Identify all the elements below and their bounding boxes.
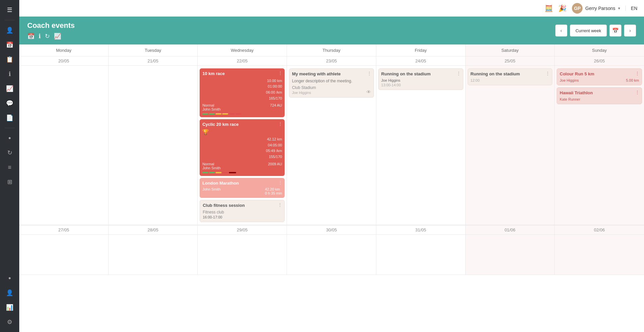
sidebar-item-analytics[interactable]: 📈 [3, 82, 16, 95]
event-hawaii-triathlon[interactable]: ⋮ Hawaii Triathlon Kate Runner [557, 87, 642, 104]
event-menu-button[interactable]: ⋮ [367, 71, 372, 76]
sidebar-item-dot1[interactable]: • [3, 131, 16, 145]
day-thursday-23: ⋮ My meeting with athlete Longer descrip… [287, 66, 376, 225]
sidebar-item-table[interactable]: 📊 [3, 301, 16, 314]
week2-dates: 27/05 28/05 29/05 30/05 31/05 01/06 02/0… [19, 225, 644, 235]
sidebar-item-refresh[interactable]: ↻ [3, 146, 16, 159]
prev-week-button[interactable]: ‹ [555, 25, 567, 37]
event-location: Club Stadium [292, 85, 371, 90]
event-menu-button[interactable]: ⋮ [278, 180, 283, 185]
day-saturday-25: ⋮ Running on the stadium 12:00 [466, 66, 555, 225]
sidebar-item-settings[interactable]: ⚙ [3, 315, 16, 329]
week1-dates: 20/05 21/05 22/05 23/05 24/05 25/05 26/0… [19, 56, 644, 66]
sidebar-item-calendar[interactable]: 📅 [3, 38, 16, 51]
sidebar-item-list[interactable]: ≡ [3, 161, 16, 174]
sidebar-item-layers[interactable]: ⊞ [3, 175, 16, 189]
user-menu[interactable]: GP Gerry Parsons ▾ [572, 3, 620, 14]
bar-4 [222, 172, 228, 173]
party-icon[interactable]: 🎉 [558, 4, 567, 12]
top-nav: 🧮 🎉 GP Gerry Parsons ▾ EN [19, 0, 644, 17]
bar-5 [229, 172, 236, 173]
event-menu-button[interactable]: ⋮ [278, 202, 282, 208]
event-colour-run[interactable]: ⋮ Colour Run 5 km Joe Higgins 5.00 km [557, 68, 642, 85]
sidebar-item-users[interactable]: 👤 [3, 24, 16, 37]
eye-icon[interactable]: 👁 [366, 89, 371, 95]
sidebar-item-dot2[interactable]: • [3, 272, 16, 285]
event-description: Longer description of the meeting. [292, 78, 371, 84]
event-menu-button[interactable]: ⋮ [635, 90, 640, 95]
bar-2 [209, 172, 215, 173]
date-tue-28: 28/05 [109, 225, 198, 234]
users-icon: 👤 [6, 27, 13, 34]
event-cyclic-20km[interactable]: ⋮ Cyclic 20 km race 🏆 42.12 km 04:05:00 … [200, 119, 285, 176]
event-athlete: Kate Runner [560, 97, 639, 101]
sidebar-item-info[interactable]: ℹ [3, 67, 16, 81]
date-fri-31: 31/05 [376, 225, 466, 234]
event-running-stadium-sat[interactable]: ⋮ Running on the stadium 12:00 [468, 68, 553, 85]
sidebar-item-profile[interactable]: 👤 [3, 286, 16, 299]
event-title: My meeting with athlete [292, 71, 371, 77]
sidebar-item-messages[interactable]: 💬 [3, 97, 16, 110]
info-header-icon[interactable]: ℹ [39, 33, 41, 40]
event-menu-button[interactable]: ⋮ [545, 71, 550, 76]
list-icon: ≡ [8, 164, 12, 171]
clipboard-icon: 📋 [6, 56, 13, 63]
date-thu-30: 30/05 [287, 225, 376, 234]
sidebar-item-plans[interactable]: 📋 [3, 53, 16, 66]
date-thu-23: 23/05 [287, 56, 376, 65]
person-icon: 👤 [6, 289, 13, 296]
layers-icon: ⊞ [7, 178, 12, 186]
chevron-down-icon: ▾ [618, 6, 620, 11]
event-footer: John Smith 42.20 km0 h 35 min [202, 187, 282, 195]
date-sun-02: 02/06 [555, 225, 644, 234]
event-au: 2009 AU [268, 162, 282, 170]
header-tuesday: Tuesday [109, 44, 198, 56]
day-tuesday-21 [109, 66, 198, 225]
calculator-icon[interactable]: 🧮 [545, 4, 553, 12]
event-title: Running on the stadium [381, 71, 460, 77]
event-title: Cyclic 20 km race [202, 122, 282, 127]
main-content: 🧮 🎉 GP Gerry Parsons ▾ EN Coach events 📅… [19, 0, 644, 332]
event-label: NormalJohn Smith [202, 103, 221, 111]
day-sunday-02 [555, 235, 644, 275]
header-friday: Friday [376, 44, 466, 56]
calendar-icon: 📅 [6, 41, 13, 48]
language-selector[interactable]: EN [625, 6, 637, 11]
event-running-stadium-fri[interactable]: ⋮ Running on the stadium Joe Higgins 13:… [378, 68, 463, 90]
sidebar-item-docs[interactable]: 📄 [3, 111, 16, 124]
event-10km-race[interactable]: ⋮ 10 km race 10.00 km 01:00:00 06:00 /km… [200, 68, 285, 117]
event-menu-button[interactable]: ⋮ [278, 121, 283, 126]
progress-bars [202, 172, 282, 173]
event-menu-button[interactable]: ⋮ [456, 71, 461, 76]
event-label: NormalJohn Smith [202, 162, 221, 170]
calendar-view: Monday Tuesday Wednesday Thursday Friday… [19, 44, 644, 332]
event-time: 13:00-14:00 [381, 83, 460, 87]
event-meeting-athlete[interactable]: ⋮ My meeting with athlete Longer descrip… [289, 68, 374, 98]
day-monday-20 [19, 66, 109, 225]
sidebar-item-menu[interactable]: ☰ [3, 3, 16, 17]
refresh-header-icon[interactable]: ↻ [45, 33, 50, 40]
calendar-view-icon[interactable]: 📅 [27, 33, 35, 40]
progress-bars [202, 113, 282, 115]
header-right: ‹ Current week 📅 › [555, 25, 636, 37]
date-tue-21: 21/05 [109, 56, 198, 65]
calendar-picker-button[interactable]: 📅 [609, 25, 621, 37]
event-title: Hawaii Triathlon [560, 90, 639, 96]
header-icons: 📅 ℹ ↻ 📈 [27, 33, 75, 40]
event-menu-button[interactable]: ⋮ [278, 70, 283, 76]
event-time: 16:00-17:00 [203, 215, 282, 219]
chart-header-icon[interactable]: 📈 [54, 33, 61, 40]
day-friday-31 [376, 235, 466, 275]
bar-3 [216, 172, 222, 173]
header-monday: Monday [19, 44, 109, 56]
event-club-fitness[interactable]: ⋮ Club fitness session Fitness club 16:0… [200, 200, 285, 222]
event-menu-button[interactable]: ⋮ [635, 71, 640, 76]
event-footer: NormalJohn Smith 724 AU [202, 103, 282, 111]
event-london-marathon[interactable]: ⋮ London Marathon John Smith 42.20 km0 h… [200, 178, 285, 198]
event-distance: 5.00 km [626, 78, 639, 82]
current-week-button[interactable]: Current week [570, 25, 607, 37]
bar-6 [235, 113, 241, 115]
next-week-button[interactable]: › [624, 25, 636, 37]
event-au: 724 AU [270, 103, 282, 111]
week2-events [19, 235, 644, 275]
